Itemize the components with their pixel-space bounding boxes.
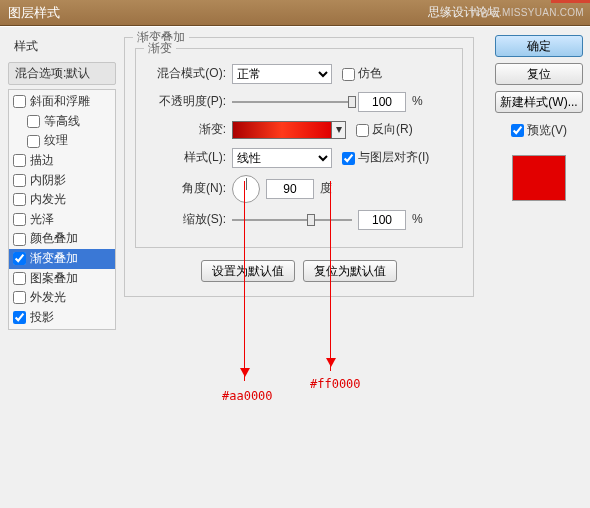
checkbox-inner-glow[interactable]	[13, 193, 26, 206]
sidebar-header: 样式	[8, 35, 116, 60]
checkbox-gradient-overlay[interactable]	[13, 252, 26, 265]
title-bar: 图层样式 思缘设计论坛 WWW.MISSYUAN.COM	[0, 0, 590, 26]
reverse-checkbox-wrap[interactable]: 反向(R)	[356, 122, 413, 138]
reset-button[interactable]: 复位	[495, 63, 583, 85]
styles-sidebar: 样式 混合选项:默认 斜面和浮雕 等高线 纹理 描边 内阴影 内发光 光泽 颜色…	[8, 35, 116, 330]
options-panel: 渐变叠加 渐变 混合模式(O): 正常 仿色 不透明度(P): %	[124, 37, 474, 297]
preview-label: 预览(V)	[527, 123, 567, 139]
opacity-input[interactable]	[358, 92, 406, 112]
annotation-arrow-1	[244, 181, 245, 381]
row-style: 样式(L): 线性 与图层对齐(I)	[144, 147, 454, 169]
checkbox-drop-shadow[interactable]	[13, 311, 26, 324]
angle-label: 角度(N):	[144, 181, 232, 197]
style-color-overlay[interactable]: 颜色叠加	[9, 229, 115, 249]
ok-button[interactable]: 确定	[495, 35, 583, 57]
annotation-text-1: #aa0000	[222, 389, 273, 403]
blend-options-default[interactable]: 混合选项:默认	[8, 62, 116, 86]
set-default-button[interactable]: 设置为默认值	[201, 260, 295, 282]
window-title: 图层样式	[8, 5, 60, 22]
checkbox-color-overlay[interactable]	[13, 233, 26, 246]
label-color-overlay: 颜色叠加	[30, 231, 78, 247]
gradient-dropdown-icon[interactable]: ▾	[332, 121, 346, 139]
style-list: 斜面和浮雕 等高线 纹理 描边 内阴影 内发光 光泽 颜色叠加 渐变叠加 图案叠…	[8, 89, 116, 330]
angle-dial[interactable]	[232, 175, 260, 203]
label-drop-shadow: 投影	[30, 310, 54, 326]
row-gradient: 渐变: ▾ 反向(R)	[144, 119, 454, 141]
preview-checkbox-wrap[interactable]: 预览(V)	[511, 123, 567, 139]
checkbox-pattern-overlay[interactable]	[13, 272, 26, 285]
style-outer-glow[interactable]: 外发光	[9, 288, 115, 308]
opacity-label: 不透明度(P):	[144, 94, 232, 110]
style-contour[interactable]: 等高线	[9, 112, 115, 132]
checkbox-contour[interactable]	[27, 115, 40, 128]
watermark-url: WWW.MISSYUAN.COM	[470, 6, 584, 19]
angle-input[interactable]	[266, 179, 314, 199]
gradient-swatch[interactable]	[232, 121, 332, 139]
scale-pct: %	[412, 212, 423, 228]
dither-label: 仿色	[358, 66, 382, 82]
scale-label: 缩放(S):	[144, 212, 232, 228]
default-buttons: 设置为默认值 复位为默认值	[135, 260, 463, 282]
align-label: 与图层对齐(I)	[358, 150, 429, 166]
scale-slider[interactable]	[232, 213, 352, 227]
row-opacity: 不透明度(P): %	[144, 91, 454, 113]
align-checkbox[interactable]	[342, 152, 355, 165]
scale-input[interactable]	[358, 210, 406, 230]
style-inner-glow[interactable]: 内发光	[9, 190, 115, 210]
preview-checkbox[interactable]	[511, 124, 524, 137]
row-scale: 缩放(S): %	[144, 209, 454, 231]
style-satin[interactable]: 光泽	[9, 210, 115, 230]
dialog-body: 样式 混合选项:默认 斜面和浮雕 等高线 纹理 描边 内阴影 内发光 光泽 颜色…	[0, 26, 590, 508]
preview-swatch	[512, 155, 566, 201]
reset-default-button[interactable]: 复位为默认值	[303, 260, 397, 282]
checkbox-inner-shadow[interactable]	[13, 174, 26, 187]
label-outer-glow: 外发光	[30, 290, 66, 306]
checkbox-outer-glow[interactable]	[13, 291, 26, 304]
style-pattern-overlay[interactable]: 图案叠加	[9, 269, 115, 289]
subgroup-title: 渐变	[144, 41, 176, 57]
annotation-arrow-2	[330, 181, 331, 371]
checkbox-texture[interactable]	[27, 135, 40, 148]
label-satin: 光泽	[30, 212, 54, 228]
style-select[interactable]: 线性	[232, 148, 332, 168]
new-style-button[interactable]: 新建样式(W)...	[495, 91, 583, 113]
style-texture[interactable]: 纹理	[9, 131, 115, 151]
style-drop-shadow[interactable]: 投影	[9, 308, 115, 328]
label-inner-shadow: 内阴影	[30, 173, 66, 189]
gradient-overlay-group: 渐变叠加 渐变 混合模式(O): 正常 仿色 不透明度(P): %	[124, 37, 474, 297]
action-column: 确定 复位 新建样式(W)... 预览(V)	[494, 35, 584, 201]
row-angle: 角度(N): 度	[144, 175, 454, 203]
gradient-subgroup: 渐变 混合模式(O): 正常 仿色 不透明度(P): % 渐变:	[135, 48, 463, 248]
checkbox-stroke[interactable]	[13, 154, 26, 167]
annotation-text-2: #ff0000	[310, 377, 361, 391]
dither-checkbox[interactable]	[342, 68, 355, 81]
row-blend-mode: 混合模式(O): 正常 仿色	[144, 63, 454, 85]
label-pattern-overlay: 图案叠加	[30, 271, 78, 287]
label-bevel: 斜面和浮雕	[30, 94, 90, 110]
label-texture: 纹理	[44, 133, 68, 149]
reverse-label: 反向(R)	[372, 122, 413, 138]
blend-mode-select[interactable]: 正常	[232, 64, 332, 84]
label-inner-glow: 内发光	[30, 192, 66, 208]
align-checkbox-wrap[interactable]: 与图层对齐(I)	[342, 150, 429, 166]
style-stroke[interactable]: 描边	[9, 151, 115, 171]
label-gradient-overlay: 渐变叠加	[30, 251, 78, 267]
style-gradient-overlay[interactable]: 渐变叠加	[9, 249, 115, 269]
opacity-slider[interactable]	[232, 95, 352, 109]
reverse-checkbox[interactable]	[356, 124, 369, 137]
checkbox-satin[interactable]	[13, 213, 26, 226]
gradient-label: 渐变:	[144, 122, 232, 138]
label-stroke: 描边	[30, 153, 54, 169]
opacity-pct: %	[412, 94, 423, 110]
blend-mode-label: 混合模式(O):	[144, 66, 232, 82]
style-inner-shadow[interactable]: 内阴影	[9, 171, 115, 191]
style-label: 样式(L):	[144, 150, 232, 166]
style-bevel[interactable]: 斜面和浮雕	[9, 92, 115, 112]
dither-checkbox-wrap[interactable]: 仿色	[342, 66, 382, 82]
close-icon[interactable]	[551, 0, 590, 3]
checkbox-bevel[interactable]	[13, 95, 26, 108]
label-contour: 等高线	[44, 114, 80, 130]
